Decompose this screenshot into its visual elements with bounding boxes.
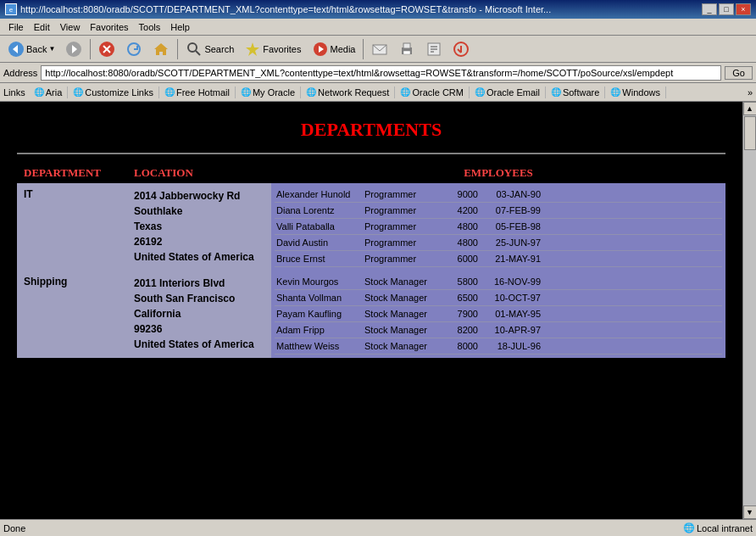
- window-controls: _ □ ×: [702, 3, 751, 15]
- employee-name: Adam Fripp: [276, 325, 361, 335]
- back-icon: [8, 41, 25, 58]
- employee-job: Programmer: [364, 237, 441, 248]
- employee-salary: 4800: [444, 237, 478, 248]
- stop-button[interactable]: [94, 38, 120, 60]
- menu-view[interactable]: View: [55, 21, 86, 33]
- employee-name: Shanta Vollman: [276, 293, 361, 303]
- link-networkrequest[interactable]: 🌐 Network Request: [301, 87, 395, 98]
- employee-date: 05-FEB-98: [481, 221, 541, 232]
- employee-date: 07-FEB-99: [481, 205, 541, 215]
- employee-salary: 7900: [444, 309, 478, 319]
- menu-tools[interactable]: Tools: [134, 21, 166, 33]
- employee-date: 10-APR-97: [481, 325, 541, 335]
- link-icon-software: 🌐: [551, 87, 561, 97]
- employees-column-header: EMPLOYEES: [271, 163, 725, 183]
- svg-marker-11: [246, 42, 259, 56]
- search-icon: [186, 41, 203, 58]
- employee-row: Payam Kaufling Stock Manager 7900 01-MAY…: [275, 306, 722, 322]
- scroll-thumb[interactable]: [744, 116, 756, 150]
- link-icon-windows: 🌐: [610, 87, 620, 97]
- employee-salary: 5800: [444, 276, 478, 287]
- refresh-icon: [125, 41, 142, 58]
- close-button[interactable]: ×: [736, 3, 751, 15]
- dept-employees-cell: Alexander Hunold Programmer 9000 03-JAN-…: [271, 183, 725, 271]
- employee-name: Diana Lorentz: [276, 205, 361, 215]
- media-button[interactable]: Media: [308, 38, 360, 60]
- address-url: http://localhost:8080/oradb/SCOTT/DEPART…: [45, 68, 673, 78]
- search-label: Search: [204, 44, 234, 54]
- mail-button[interactable]: [367, 38, 392, 60]
- favorites-label: Favorites: [263, 44, 301, 54]
- employee-row: Matthew Weiss Stock Manager 8000 18-JUL-…: [275, 338, 722, 355]
- employee-job: Programmer: [364, 205, 441, 215]
- discuss-button[interactable]: [448, 38, 474, 60]
- link-aria[interactable]: 🌐 Aria: [29, 87, 69, 98]
- link-windows[interactable]: 🌐 Windows: [605, 87, 666, 98]
- menu-file[interactable]: File: [3, 21, 29, 33]
- mail-icon: [371, 41, 388, 58]
- page-title: DEPARTMENTS: [17, 110, 725, 149]
- print-button[interactable]: [394, 38, 420, 60]
- toolbar: Back ▼ Search Favorites: [0, 36, 756, 63]
- zone-icon: 🌐: [683, 522, 695, 533]
- home-button[interactable]: [148, 38, 174, 60]
- go-button[interactable]: Go: [725, 66, 753, 80]
- address-input[interactable]: http://localhost:8080/oradb/SCOTT/DEPART…: [41, 65, 721, 81]
- employee-name: Alexander Hunold: [276, 189, 361, 199]
- scroll-track: [743, 115, 757, 505]
- favorites-button[interactable]: Favorites: [240, 38, 305, 60]
- employee-job: Stock Manager: [364, 309, 441, 319]
- link-oracleemail[interactable]: 🌐 Oracle Email: [470, 87, 546, 98]
- employee-job: Stock Manager: [364, 276, 441, 287]
- link-icon-oraclecrm: 🌐: [400, 87, 410, 97]
- link-hotmail[interactable]: 🌐 Free Hotmail: [159, 87, 236, 98]
- employee-salary: 6000: [444, 254, 478, 264]
- status-bar: Done 🌐 Local intranet: [0, 519, 756, 536]
- security-zone: 🌐 Local intranet: [683, 522, 753, 533]
- menu-edit[interactable]: Edit: [29, 21, 55, 33]
- edit-button[interactable]: [421, 38, 447, 60]
- minimize-button[interactable]: _: [702, 3, 717, 15]
- menu-favorites[interactable]: Favorites: [85, 21, 133, 33]
- link-icon-networkrequest: 🌐: [306, 87, 316, 97]
- app-icon: e: [5, 3, 17, 15]
- link-oraclecrm[interactable]: 🌐 Oracle CRM: [395, 87, 470, 98]
- maximize-button[interactable]: □: [719, 3, 734, 15]
- scrollbar-vertical[interactable]: ▲ ▼: [742, 102, 756, 519]
- back-dropdown-icon[interactable]: ▼: [48, 45, 55, 53]
- employee-row: Diana Lorentz Programmer 4200 07-FEB-99: [275, 203, 722, 219]
- employee-date: 16-NOV-99: [481, 276, 541, 287]
- employee-row: Kevin Mourgos Stock Manager 5800 16-NOV-…: [275, 274, 722, 290]
- window-title: http://localhost:8080/oradb/SCOTT/DEPART…: [20, 4, 551, 14]
- employee-date: 25-JUN-97: [481, 237, 541, 248]
- scroll-up-button[interactable]: ▲: [743, 102, 757, 115]
- employee-salary: 4200: [444, 205, 478, 215]
- svg-point-9: [188, 43, 197, 52]
- employee-job: Programmer: [364, 221, 441, 232]
- scroll-down-button[interactable]: ▼: [743, 505, 757, 519]
- employee-job: Programmer: [364, 189, 441, 199]
- employee-name: Valli Pataballa: [276, 221, 361, 232]
- back-button[interactable]: Back ▼: [3, 38, 59, 60]
- print-icon: [398, 41, 415, 58]
- menu-help[interactable]: Help: [165, 21, 195, 33]
- employee-salary: 6500: [444, 293, 478, 303]
- employee-date: 18-JUL-96: [481, 341, 541, 351]
- employee-row: Valli Pataballa Programmer 4800 05-FEB-9…: [275, 219, 722, 235]
- forward-button[interactable]: [61, 38, 86, 60]
- employee-row: David Austin Programmer 4800 25-JUN-97: [275, 235, 722, 251]
- employee-salary: 4800: [444, 221, 478, 232]
- employee-date: 01-MAY-95: [481, 309, 541, 319]
- refresh-button[interactable]: [121, 38, 147, 60]
- svg-marker-8: [154, 43, 168, 55]
- toolbar-separator-2: [177, 39, 178, 59]
- search-button[interactable]: Search: [181, 38, 238, 60]
- link-customize[interactable]: 🌐 Customize Links: [68, 87, 159, 98]
- links-expand-icon[interactable]: »: [748, 87, 753, 98]
- link-myoracle[interactable]: 🌐 My Oracle: [236, 87, 301, 98]
- link-software[interactable]: 🌐 Software: [546, 87, 605, 98]
- links-label: Links: [3, 87, 25, 98]
- link-icon-oracleemail: 🌐: [475, 87, 485, 97]
- employee-name: David Austin: [276, 237, 361, 248]
- zone-label: Local intranet: [697, 523, 753, 533]
